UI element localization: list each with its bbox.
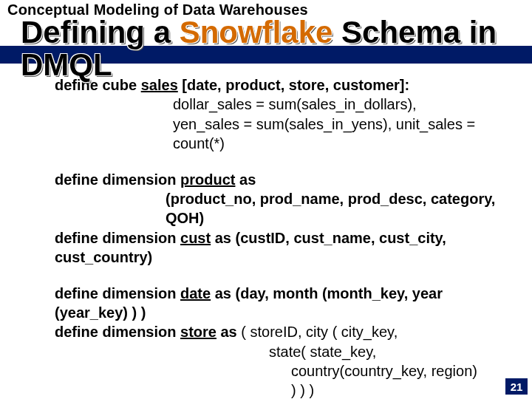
kw-dim-date: define dimension — [55, 285, 180, 301]
page-number: 21 — [511, 381, 523, 393]
slide-title: Defining a Snowflake Schema in DMQL — [21, 16, 525, 81]
line-country: country(country_key, region) — [55, 361, 510, 381]
dim-cust-name: cust — [180, 230, 211, 246]
line-dim-date: define dimension date as (day, month (mo… — [55, 284, 510, 323]
dim-date-name: date — [180, 285, 211, 301]
dim-product-name: product — [180, 171, 235, 188]
dim-store-as: as — [216, 324, 241, 340]
dim-store-name: store — [180, 324, 216, 340]
line-dim-cust: define dimension cust as (custID, cust_n… — [55, 228, 510, 267]
line-dollar-sales: dollar_sales = sum(sales_in_dollars), — [55, 95, 510, 114]
kw-dim-store: define dimension — [55, 324, 180, 340]
dim-product-as: as — [235, 171, 256, 188]
line-product-attrs: (product_no, prod_name, prod_desc, categ… — [166, 191, 495, 226]
line-state: state( state_key, — [55, 342, 510, 361]
title-highlight: Snowflake — [180, 15, 333, 50]
slide-body: define cube sales [date, product, store,… — [55, 75, 510, 399]
title-prefix: Defining a — [21, 15, 180, 50]
kw-dim-cust: define dimension — [55, 230, 180, 246]
kw-dim-product: define dimension — [55, 171, 180, 188]
line-close-parens: ) ) ) — [55, 381, 510, 399]
line-yen-sales: yen_sales = sum(sales_in_yens), unit_sal… — [55, 115, 510, 154]
page-number-badge: 21 — [505, 378, 528, 395]
dim-store-open: ( storeID, city ( city_key, — [241, 324, 398, 340]
line-dim-store: define dimension store as ( storeID, cit… — [55, 322, 510, 341]
line-dim-product: define dimension product as — [55, 170, 510, 189]
